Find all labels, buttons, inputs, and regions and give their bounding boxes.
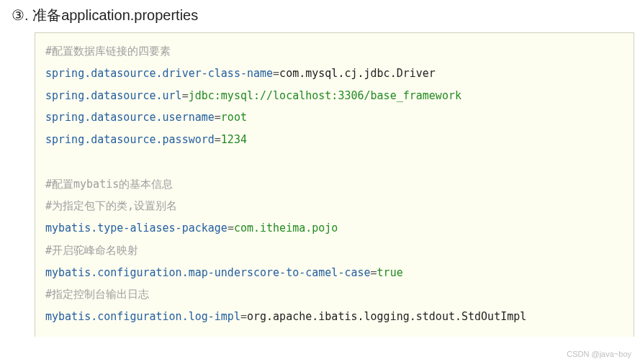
code-line: #开启驼峰命名映射 [45, 240, 623, 262]
equals-sign: = [215, 111, 221, 124]
watermark-text: CSDN @java~boy [567, 350, 631, 358]
equals-sign: = [215, 133, 221, 146]
code-line: mybatis.configuration.log-impl=org.apach… [45, 306, 623, 328]
property-value: root [221, 111, 247, 124]
property-key: mybatis.configuration.log-impl [45, 310, 240, 323]
equals-sign: = [182, 89, 189, 102]
code-line: spring.datasource.driver-class-name=com.… [45, 63, 623, 85]
property-key: spring.datasource.driver-class-name [45, 67, 273, 80]
code-line-blank [45, 151, 623, 173]
code-line: #指定控制台输出日志 [45, 283, 623, 306]
property-value: com.itheima.pojo [234, 222, 338, 235]
code-line: #为指定包下的类,设置别名 [45, 195, 623, 217]
property-value: true [377, 266, 403, 279]
code-line: mybatis.configuration.map-underscore-to-… [45, 262, 623, 284]
property-value: org.apache.ibatis.logging.stdout.StdOutI… [247, 310, 526, 323]
property-key: mybatis.configuration.map-underscore-to-… [45, 266, 371, 279]
property-key: mybatis.type-aliases-package [45, 222, 227, 235]
circled-number-icon: ③ [12, 6, 24, 24]
properties-code-block: #配置数据库链接的四要素 spring.datasource.driver-cl… [35, 32, 634, 337]
property-value: jdbc:mysql://localhost:3306/base_framewo… [189, 89, 461, 102]
comment-text: #配置数据库链接的四要素 [45, 45, 171, 58]
property-key: spring.datasource.password [45, 133, 215, 146]
equals-sign: = [371, 266, 377, 279]
comment-text: #为指定包下的类,设置别名 [45, 199, 177, 212]
code-line: spring.datasource.url=jdbc:mysql://local… [45, 85, 623, 107]
heading-title: 准备application.properties [32, 7, 198, 23]
code-line: #配置mybatis的基本信息 [45, 173, 623, 196]
section-heading: ③. 准备application.properties [0, 6, 640, 25]
comment-text: #开启驼峰命名映射 [45, 244, 138, 257]
heading-dot: . [24, 7, 29, 23]
property-value: com.mysql.cj.jdbc.Driver [279, 67, 436, 80]
code-line: #配置数据库链接的四要素 [45, 40, 623, 63]
comment-text: #指定控制台输出日志 [45, 288, 149, 301]
property-key: spring.datasource.url [45, 89, 182, 102]
equals-sign: = [273, 67, 279, 80]
code-line: mybatis.type-aliases-package=com.itheima… [45, 217, 623, 240]
property-key: spring.datasource.username [45, 111, 215, 124]
equals-sign: = [227, 222, 234, 235]
code-line: spring.datasource.username=root [45, 106, 623, 129]
code-line: spring.datasource.password=1234 [45, 129, 623, 151]
equals-sign: = [240, 310, 247, 323]
comment-text: #配置mybatis的基本信息 [45, 178, 173, 191]
property-value: 1234 [221, 133, 247, 146]
